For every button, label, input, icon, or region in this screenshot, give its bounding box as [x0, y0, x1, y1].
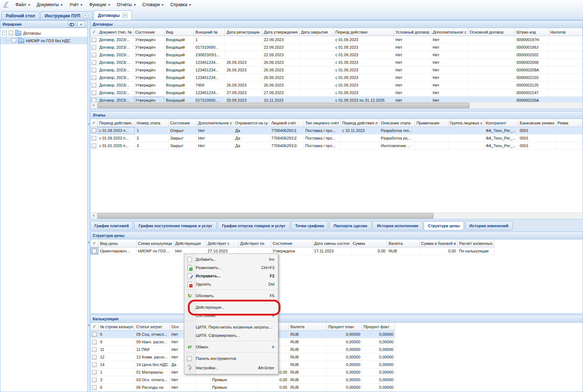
column-header[interactable]: Период действия..: [98, 119, 135, 127]
collapse-left-icon[interactable]: [88, 324, 89, 326]
column-header[interactable]: Валюта: [289, 323, 327, 331]
column-header[interactable]: Дополнительное с: [431, 28, 468, 36]
column-header[interactable]: Дополнительное с: [196, 119, 234, 127]
menubar-item-documents[interactable]: Документы: [34, 1, 66, 8]
column-header[interactable]: Действует по: [239, 239, 271, 247]
contracts-hscrollbar[interactable]: [91, 102, 582, 108]
row-checkbox[interactable]: [92, 75, 96, 80]
column-header[interactable]: Расчёт косвенных: [458, 239, 494, 247]
column-header[interactable]: Тип лицевого счёт: [304, 119, 340, 127]
menubar-item-reports[interactable]: Отчёты: [114, 1, 139, 8]
row-checkbox[interactable]: [92, 332, 97, 337]
column-header[interactable]: Условный договор: [394, 28, 431, 36]
column-header[interactable]: Дата закрытия: [299, 28, 334, 36]
context-menu-item-refresh[interactable]: ОбновитьF5: [184, 291, 278, 300]
context-menu-item-exchange[interactable]: Обмен: [184, 343, 278, 351]
menubar-item-file[interactable]: Файл: [12, 1, 34, 8]
row-checkbox[interactable]: [92, 355, 97, 360]
row-checkbox[interactable]: [92, 38, 96, 42]
scrollbar-thumb[interactable]: [97, 103, 469, 108]
context-menu-item-toolbar-panel[interactable]: Панель инструментов: [184, 354, 278, 362]
table-row[interactable]: Договор, 2023/...УтверждёнВходящий230823…: [90, 51, 583, 59]
context-menu-item-delete[interactable]: УдалитьDel: [184, 280, 278, 288]
column-header[interactable]: Штрих-код: [515, 28, 549, 36]
menubar-item-functions[interactable]: Функции: [86, 1, 113, 8]
tab-close-icon[interactable]: ×: [122, 13, 128, 18]
column-header[interactable]: Группа лицевых с: [448, 119, 484, 127]
row-checkbox[interactable]: [92, 128, 96, 133]
column-header[interactable]: Схема калькуляци: [136, 239, 174, 247]
table-row[interactable]: Ориентировоч...НИОКР по ГОЗ ...Нет27.10.…: [90, 247, 494, 255]
tree-node-checkbox[interactable]: [9, 31, 13, 35]
column-header[interactable]: Основной договор: [468, 28, 515, 36]
column-header[interactable]: Состояние: [168, 119, 196, 127]
context-menu-item-settings[interactable]: Настройки...Alt+Enter: [184, 362, 278, 373]
context-menu-item-citk-form[interactable]: ЦИТК. Сформировать...: [184, 331, 278, 339]
detail-tab-execution-history[interactable]: История исполнения: [372, 221, 423, 230]
context-menu-item-add[interactable]: Добавить...Ins: [184, 255, 278, 263]
tab-contracts[interactable]: Договоры×: [94, 10, 132, 20]
column-header[interactable]: № строки калькул: [98, 323, 135, 331]
detail-tab-change-history[interactable]: История изменений: [465, 221, 513, 230]
column-header[interactable]: Лицевой счёт: [270, 119, 304, 127]
column-header[interactable]: Дата регистрации.: [225, 28, 262, 36]
column-header[interactable]: Налогов: [549, 28, 583, 36]
column-header[interactable]: Рекви: [556, 119, 583, 127]
column-header[interactable]: Документ (тип, №: [98, 28, 134, 36]
row-checkbox[interactable]: [92, 136, 96, 141]
table-row[interactable]: Договор, 2023/...УтверждёнВходящий122.09…: [90, 36, 583, 44]
scroll-left-icon[interactable]: [93, 104, 94, 106]
column-header[interactable]: Примечание: [415, 119, 448, 127]
tree-node-niokr[interactable]: НИОКР по ГОЗ без НДС: [0, 37, 87, 44]
select-all-header[interactable]: ✓: [90, 28, 98, 36]
tab-desktop[interactable]: Рабочий стол: [1, 11, 39, 20]
column-header[interactable]: Валюта: [387, 239, 419, 247]
row-checkbox[interactable]: [92, 385, 97, 390]
detail-tab-price-structure[interactable]: Структура цены: [424, 221, 464, 230]
column-header[interactable]: Дата смены состоя: [313, 239, 351, 247]
tab-close-icon[interactable]: ×: [83, 13, 88, 18]
column-header[interactable]: Действующая: [174, 239, 206, 247]
tab-pup-instructions[interactable]: Инструкции ПУП×: [40, 11, 92, 20]
column-header[interactable]: Банковские реквиз: [518, 119, 556, 127]
select-all-header[interactable]: ✓: [90, 119, 98, 127]
stages-hscrollbar[interactable]: [91, 212, 582, 219]
column-header[interactable]: Сумма в базовой в: [419, 239, 457, 247]
column-header[interactable]: Сумма: [351, 239, 387, 247]
scrollbar-thumb[interactable]: [97, 213, 433, 219]
table-row[interactable]: Договор, 2023/...УтверждёнВходящий745926…: [90, 82, 583, 89]
context-menu-item-edit[interactable]: Исправить...F2: [184, 272, 278, 280]
column-header[interactable]: Описание этапа: [379, 119, 415, 127]
menubar-item-dictionaries[interactable]: Словари: [139, 1, 167, 8]
row-checkbox[interactable]: [92, 83, 96, 88]
select-all-header[interactable]: ✓: [90, 239, 98, 247]
column-header[interactable]: Вид: [164, 28, 194, 36]
panel-splitter[interactable]: [88, 20, 90, 392]
row-checkbox[interactable]: [92, 60, 96, 65]
scroll-left-icon[interactable]: [93, 215, 94, 217]
column-header[interactable]: Состояние: [134, 28, 164, 36]
collapse-node-icon[interactable]: −: [2, 31, 7, 35]
detail-tab-schedule-points[interactable]: Точки графика: [291, 221, 328, 230]
row-checkbox[interactable]: [92, 340, 97, 344]
table-row[interactable]: Договор, 2023/...УтверждёнВходящий123451…: [90, 59, 583, 66]
column-header[interactable]: Процент план: [327, 323, 362, 331]
column-header[interactable]: Номер этапа: [135, 119, 169, 127]
row-checkbox[interactable]: [92, 53, 96, 57]
column-header[interactable]: Статья затрат: [135, 323, 170, 331]
table-row[interactable]: с 01.09.2023 п...1ОткрытНетДа7706406291\…: [90, 127, 583, 135]
context-menu-item-duplicate[interactable]: Размножить...Ctrl+F3: [184, 263, 278, 272]
column-header[interactable]: Процент факт: [362, 323, 395, 331]
table-row[interactable]: с 01.09.2023 п...2ЗакрытНетДа7706406291\…: [90, 135, 583, 142]
column-header[interactable]: Отражается на су: [234, 119, 270, 127]
search-button[interactable]: [68, 21, 76, 27]
table-row[interactable]: 303 Осн. оплата...НетПрямые0,00RUB0,0000…: [90, 376, 395, 384]
row-checkbox[interactable]: [92, 362, 97, 367]
detail-tab-goods-issue-schedule[interactable]: График отпуска товаров и услуг: [218, 221, 290, 230]
table-row[interactable]: 606 Расходы наНетПрямые0,00RUB0,000000,0…: [90, 384, 395, 391]
collapse-left-icon[interactable]: [88, 123, 89, 125]
detail-tab-goods-receipt-schedule[interactable]: График поступления товаров и услуг: [134, 221, 216, 230]
menubar-item-help[interactable]: Справка: [167, 1, 194, 8]
table-row[interactable]: Договор, 2023/...УтверждёнВходящий123451…: [90, 89, 583, 97]
context-menu-item-citk-recalc[interactable]: ЦИТК. Пересчитать косвенные затраты...: [184, 323, 278, 331]
